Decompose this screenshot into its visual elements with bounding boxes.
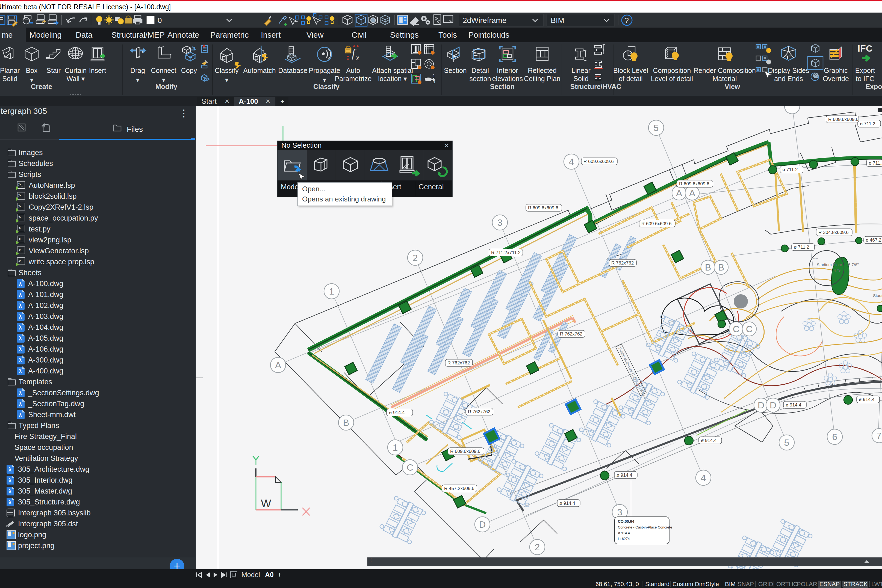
svg-text:Attach spatial: Attach spatial: [372, 67, 413, 74]
svg-text:▾: ▾: [30, 76, 34, 84]
svg-text:▾: ▾: [162, 76, 165, 84]
svg-text:Linear: Linear: [571, 67, 591, 74]
svg-text:R 609.6x609.6: R 609.6x609.6: [828, 117, 858, 122]
svg-text:Render Composition: Render Composition: [694, 67, 756, 74]
svg-text:Export: Export: [855, 67, 875, 74]
svg-text:L: 6274: L: 6274: [618, 537, 630, 541]
svg-text:479: 479: [834, 268, 840, 272]
svg-text:Section: Section: [490, 83, 515, 90]
svg-text:Files: Files: [127, 125, 143, 134]
svg-text:ø 914.4: ø 914.4: [618, 531, 630, 535]
svg-text:D: D: [479, 519, 486, 530]
svg-text:A: A: [676, 188, 682, 198]
svg-text:R 304.8x609.6: R 304.8x609.6: [818, 230, 849, 235]
svg-text:location ▾: location ▾: [378, 75, 407, 82]
svg-text:D: D: [758, 400, 765, 410]
svg-text:5: 5: [654, 123, 659, 133]
svg-text:Curtain: Curtain: [65, 67, 87, 74]
svg-text:1: 1: [433, 74, 435, 78]
svg-text:D: D: [770, 400, 777, 410]
svg-text:Drag: Drag: [130, 67, 145, 74]
svg-text:Connect: Connect: [151, 67, 176, 74]
svg-text:7: 7: [876, 430, 882, 441]
svg-text:R 762x762: R 762x762: [560, 332, 582, 337]
svg-text:R 609.6x609.6: R 609.6x609.6: [679, 181, 709, 186]
svg-text:R 609.6x609.6: R 609.6x609.6: [450, 449, 481, 454]
svg-text:R 609.6x609.6: R 609.6x609.6: [583, 159, 614, 164]
svg-text:CO.00.64: CO.00.64: [618, 519, 634, 524]
svg-text:1: 1: [393, 442, 398, 453]
svg-text:ø 467.2: ø 467.2: [865, 237, 882, 243]
svg-text:R 762x762: R 762x762: [448, 360, 470, 366]
svg-text:Composition: Composition: [653, 67, 691, 74]
svg-text:ø 914.4: ø 914.4: [616, 472, 633, 478]
svg-text:B: B: [718, 262, 724, 272]
svg-text:Solid: Solid: [2, 75, 18, 82]
svg-text:elevations: elevations: [492, 75, 523, 82]
svg-text:of detail: of detail: [619, 75, 643, 82]
svg-text:Block Level: Block Level: [613, 67, 648, 74]
svg-text:Modify: Modify: [155, 83, 177, 90]
svg-text:R 762x762: R 762x762: [468, 409, 490, 414]
svg-text:Classify: Classify: [215, 67, 239, 74]
svg-text:▾: ▾: [323, 76, 326, 84]
svg-text:Override: Override: [823, 75, 849, 82]
svg-text:Classify: Classify: [313, 83, 340, 90]
svg-text:Section: Section: [444, 67, 467, 74]
svg-text:View: View: [725, 83, 740, 90]
svg-text:Wall ▾: Wall ▾: [66, 75, 85, 82]
svg-text:IFC: IFC: [858, 43, 873, 54]
svg-text:ø 711.2: ø 711.2: [782, 167, 798, 172]
svg-text:Export: Export: [865, 83, 882, 90]
svg-text:Propagate: Propagate: [309, 67, 340, 74]
svg-text:Planar: Planar: [0, 67, 20, 74]
svg-text:B: B: [705, 262, 711, 272]
svg-text:Structure/HVAC: Structure/HVAC: [570, 83, 621, 90]
svg-text:----: ----: [813, 256, 818, 261]
svg-text:1: 1: [329, 286, 334, 297]
svg-text:R 457.2x609.6: R 457.2x609.6: [444, 486, 475, 491]
svg-text:ø 914.4: ø 914.4: [389, 410, 405, 415]
svg-text:ø 914.4: ø 914.4: [559, 501, 575, 506]
svg-text:section: section: [469, 75, 491, 82]
svg-text:W: W: [261, 497, 271, 509]
svg-text:Box: Box: [26, 67, 38, 74]
svg-text:3: 3: [497, 217, 503, 228]
svg-text:Graphic: Graphic: [824, 67, 848, 74]
svg-text:2: 2: [535, 542, 540, 552]
svg-text:ø 711.2: ø 711.2: [860, 121, 875, 126]
svg-text:C: C: [407, 462, 413, 472]
svg-text:Parametrize: Parametrize: [335, 75, 372, 82]
svg-text:Copy: Copy: [181, 67, 197, 74]
svg-text:Material: Material: [713, 75, 737, 82]
svg-text:2dWireframe: 2dWireframe: [463, 16, 506, 25]
svg-text:ø 914.4: ø 914.4: [701, 438, 717, 443]
svg-text:Automatch: Automatch: [243, 67, 276, 74]
svg-text:9: 9: [433, 80, 435, 84]
svg-text:Database: Database: [278, 67, 307, 74]
svg-text:ø 914.4: ø 914.4: [786, 402, 801, 408]
svg-text:R 609.6x609.6: R 609.6x609.6: [642, 221, 672, 226]
svg-text:Stadium Floor - 16 7/8": Stadium Floor - 16 7/8": [817, 262, 859, 267]
svg-text:to IFC: to IFC: [856, 75, 874, 82]
svg-text:Interior: Interior: [497, 67, 518, 74]
svg-text:and Ends: and Ends: [774, 75, 803, 82]
svg-text:Ceiling Plan: Ceiling Plan: [524, 75, 560, 82]
svg-text:0: 0: [158, 16, 162, 25]
svg-text:3: 3: [617, 507, 622, 517]
svg-text:4: 4: [569, 156, 574, 167]
svg-text:5: 5: [784, 437, 789, 448]
svg-text:?: ?: [625, 16, 629, 25]
svg-text:Level of detail: Level of detail: [651, 75, 693, 82]
svg-text:C: C: [733, 324, 740, 334]
svg-text:2: 2: [413, 252, 418, 263]
svg-text:6: 6: [832, 432, 837, 442]
svg-text:Detail: Detail: [472, 67, 489, 74]
svg-text:A: A: [275, 360, 281, 370]
svg-text:A: A: [689, 188, 696, 198]
svg-text:▾: ▾: [136, 76, 140, 84]
svg-text:Concrete - Cast-in-Place Concr: Concrete - Cast-in-Place Concrete: [618, 525, 672, 529]
svg-text:R 609.6x609.6: R 609.6x609.6: [528, 205, 558, 210]
svg-text:x: x: [355, 53, 359, 62]
svg-text:R 762x762: R 762x762: [611, 260, 634, 266]
